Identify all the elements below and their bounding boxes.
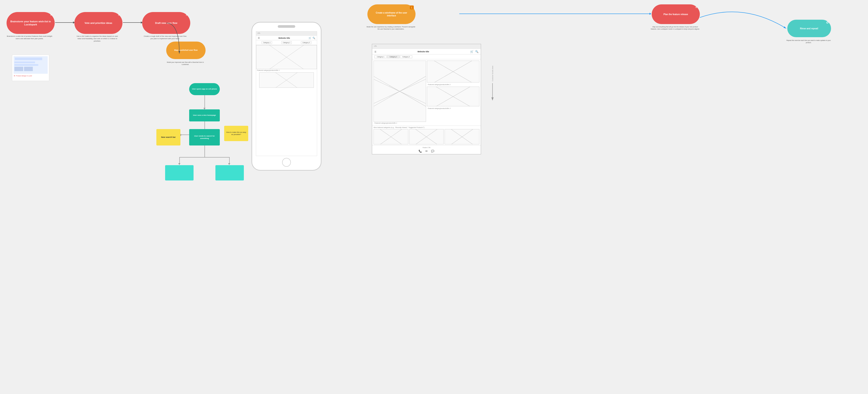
fc-new-search-label: New search bar — [160, 136, 177, 139]
fc-line-1-2 — [205, 95, 205, 108]
fc-outcome-left — [165, 165, 193, 180]
phone-outer: URL ☰ Website title 🛒 🔍 Category 1 Categ… — [251, 22, 321, 171]
desktop-cart-icon: 🛒 — [470, 50, 473, 53]
desktop-featured2: Featured category/product/offer 2 — [427, 83, 479, 86]
desktop-bottom-grid — [374, 129, 479, 144]
desktop-wireframe-container: URL ☰ Website title 🛒 🔍 Category 1 Categ… — [372, 44, 481, 154]
svg-text:L: L — [411, 6, 412, 9]
recycle-icon: ♻ — [826, 21, 829, 24]
desktop-url-bar: URL — [372, 44, 481, 49]
step1-title: Brainstorm your feature wish-list in Luc… — [6, 20, 55, 26]
phone-screen: URL ☰ Website title 🛒 🔍 Category 1 Categ… — [256, 31, 317, 156]
phone-icon: 📞 — [418, 150, 422, 153]
fc-hline-split — [179, 157, 229, 157]
scroll-down-arrow — [491, 83, 494, 101]
desktop-cat3: Category 3 — [400, 55, 412, 58]
phone-small-cross — [259, 72, 314, 88]
desktop-website-title: Website title — [417, 51, 429, 53]
step6-blob[interactable]: ✳ Plan the feature release — [652, 4, 700, 24]
desktop-footer: Footer CTA 📞 ✉ 💬 — [372, 145, 481, 154]
fc-node-needs-search: User needs to search for something — [189, 129, 220, 146]
desktop-wireframe-frame: URL ☰ Website title 🛒 🔍 Category 1 Categ… — [372, 44, 481, 154]
phone-hero-image — [256, 45, 317, 69]
phone-cat2: Category 2 — [281, 41, 292, 44]
fc-node-homepage: User sees a nice homepage — [189, 110, 220, 121]
desktop-bottom-box1 — [374, 129, 408, 144]
fc-needs-search-label: User needs to search for something — [189, 135, 220, 140]
desktop-search-icon: 🔍 — [475, 50, 478, 53]
phone-categories: Category 1 Category 2 Category 3 — [256, 40, 317, 45]
product-card: ✳ Product design in Lucid — [12, 55, 49, 81]
search-icon-phone: 🔍 — [312, 37, 315, 39]
desktop-right-col: Featured category/product/offer 2 Featur… — [427, 61, 479, 110]
email-icon: ✉ — [425, 150, 428, 153]
fc-vline-left-out — [179, 157, 180, 164]
phone-hero-cross — [256, 45, 317, 69]
desktop-hero-box — [374, 61, 426, 122]
fc-arrow-out-right — [228, 163, 230, 165]
desktop-footer-icons: 📞 ✉ 💬 — [374, 150, 479, 153]
step1-desc: Brainstorm a wish-list of product featur… — [6, 35, 53, 40]
phone-nav-icons: 🛒 🔍 — [309, 37, 315, 39]
step1-blob[interactable]: ✳ Brainstorm your feature wish-list in L… — [6, 12, 55, 34]
product-card-label: ✳ Product design in Lucid — [13, 74, 48, 77]
step4-desc: Model your improved user flow with a flo… — [165, 61, 206, 66]
arrow-6-7 — [700, 6, 787, 39]
desktop-cat2: Category 2 — [387, 55, 399, 58]
desktop-right-box1 — [427, 61, 479, 83]
desktop-bottom-box3 — [444, 129, 479, 144]
fc-note-ease: How to make this as easy as possible? — [224, 126, 248, 141]
star-icon-1: ✳ — [50, 13, 53, 17]
customer-scrolls-container: Customer Scrolls down — [491, 66, 494, 101]
fc-outcome-right — [215, 165, 244, 180]
desktop-hamburger: ☰ — [374, 51, 376, 53]
canvas: ✳ Brainstorm your feature wish-list in L… — [0, 0, 868, 394]
desktop-featured1: Featured category/product/offer 1 — [374, 122, 426, 124]
fc-node-new-search-bar: New search bar — [156, 129, 180, 146]
svg-marker-5 — [491, 97, 494, 101]
desktop-featured3: Featured category/product/offer 3 — [427, 107, 479, 110]
desktop-left-col: Featured category/product/offer 1 — [374, 61, 426, 124]
phone-small-box — [259, 72, 314, 88]
phone-cat3: Category 3 — [301, 41, 311, 44]
fc-homepage-label: User sees a nice homepage — [191, 114, 218, 116]
phone-home-button — [282, 158, 291, 167]
step5-title: Create a wireframe of the user interface — [367, 11, 415, 17]
arrow-2-3 — [123, 22, 143, 24]
desktop-footer-label: Footer CTA — [374, 147, 479, 148]
step7-desc: Repeat this exercise each time you want … — [785, 39, 832, 44]
fc-note-label: How to make this as easy as possible? — [225, 131, 247, 136]
phone-cat1: Category 1 — [261, 41, 272, 44]
step5-blob[interactable]: L Create a wireframe of the user interfa… — [367, 4, 415, 24]
step2-title: Vote and prioritize ideas — [85, 22, 112, 25]
arrow-5-6 — [459, 13, 651, 15]
step7-title: Rinse and repeat! — [796, 27, 823, 30]
fc-arrow-out-left — [178, 163, 180, 165]
hamburger-icon: ☰ — [258, 37, 260, 39]
fc-node-open-app: User opens app on cell phone — [189, 83, 220, 95]
desktop-categories: Category 1 Category 2 Category 3 — [372, 55, 481, 59]
customer-scrolls-label: Customer Scrolls down — [492, 66, 493, 81]
fc-vline-right-out — [229, 157, 229, 164]
desktop-cat1: Category 1 — [374, 55, 386, 58]
fc-line-down — [205, 146, 205, 157]
phone-notch — [278, 25, 295, 28]
step2-blob[interactable]: ✳ Vote and prioritize ideas — [74, 12, 122, 34]
phone-website-title: Website title — [278, 37, 290, 39]
desktop-right-box2 — [427, 87, 479, 106]
desktop-more-featured: More featured categories (e.g., "Recentl… — [372, 126, 481, 145]
desktop-main-content: Featured category/product/offer 1 Featur… — [372, 59, 481, 126]
step7-blob[interactable]: ♻ Rinse and repeat! — [787, 20, 831, 37]
phone-nav: ☰ Website title 🛒 🔍 — [256, 36, 317, 40]
desktop-bottom-box2 — [409, 129, 444, 144]
star-icon-2: ✳ — [118, 13, 120, 17]
star-icon-6: ✳ — [695, 5, 698, 9]
fc-open-app-label: User opens app on cell phone — [190, 88, 219, 90]
step6-desc: Map out everything that will go into the… — [651, 26, 700, 30]
chat-icon: 💬 — [431, 150, 434, 153]
desktop-nav-icons: 🛒 🔍 — [470, 50, 478, 53]
step6-title: Plan the feature release — [659, 13, 692, 16]
lucid-icon-5: L — [410, 5, 414, 9]
desktop-more-label: More featured categories (e.g., "Recentl… — [374, 127, 479, 128]
step2-desc: Use a 2x2 matrix to organize the ideas b… — [74, 35, 120, 42]
